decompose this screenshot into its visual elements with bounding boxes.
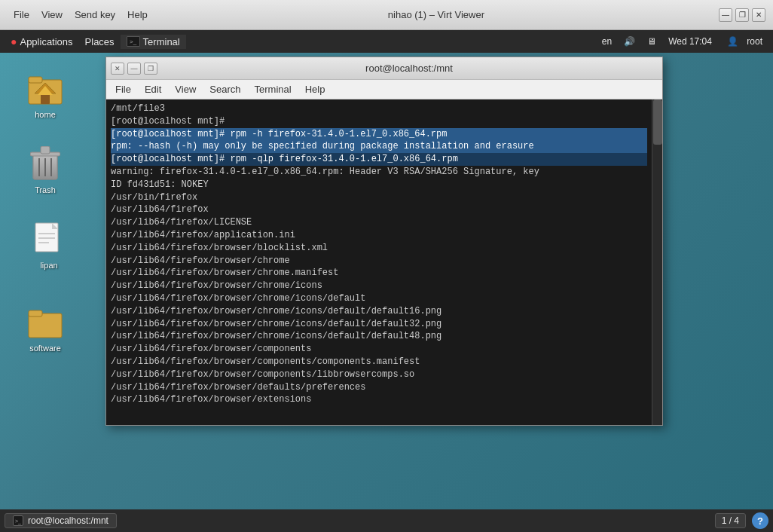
desktop-icon-lipan[interactable]: lipan bbox=[19, 219, 79, 273]
software-icon-label: software bbox=[29, 344, 61, 353]
places-menu[interactable]: Places bbox=[79, 35, 121, 49]
lipan-icon-label: lipan bbox=[40, 261, 57, 270]
term-menu-help[interactable]: Help bbox=[299, 82, 332, 96]
lipan-file-icon bbox=[31, 222, 67, 258]
svg-rect-1 bbox=[29, 77, 42, 83]
scroll-thumb[interactable] bbox=[653, 99, 662, 145]
desktop-icon-home[interactable]: home bbox=[15, 68, 75, 122]
term-close-button[interactable]: ✕ bbox=[111, 63, 124, 75]
datetime-display: Wed 17:04 bbox=[665, 36, 715, 47]
restore-button[interactable]: ❐ bbox=[735, 8, 749, 22]
trash-icon-label: Trash bbox=[35, 185, 56, 194]
taskbar-item[interactable]: >_ root@localhost:/mnt bbox=[5, 513, 117, 528]
page-indicator[interactable]: 1 / 4 bbox=[715, 513, 746, 528]
display-icon[interactable]: 🖥 bbox=[644, 36, 659, 47]
volume-icon[interactable]: 🔊 bbox=[621, 36, 638, 47]
desktop: home Trash bbox=[0, 53, 773, 509]
help-icon[interactable]: ? bbox=[752, 512, 768, 529]
taskbar-item-icon: >_ bbox=[13, 515, 23, 526]
virt-menu-help[interactable]: Help bbox=[121, 0, 154, 30]
terminal-menu-bar: File Edit View Search Terminal Help bbox=[106, 80, 662, 99]
terminal-scrollbar[interactable] bbox=[652, 99, 662, 425]
svg-rect-8 bbox=[41, 146, 50, 154]
virt-menu-bar: File View Send key Help bbox=[8, 0, 154, 30]
terminal-title-bar: ✕ — ❐ root@localhost:/mnt bbox=[106, 57, 662, 80]
virt-menu-view[interactable]: View bbox=[35, 0, 69, 30]
desktop-icon-software[interactable]: software bbox=[15, 301, 75, 356]
term-maximize-button[interactable]: ❐ bbox=[144, 63, 157, 75]
terminal-title: root@localhost:/mnt bbox=[160, 63, 658, 74]
top-panel: ● Applications Places >_ Terminal en 🔊 🖥… bbox=[0, 30, 773, 53]
applications-menu[interactable]: ● Applications bbox=[5, 34, 79, 49]
term-menu-terminal[interactable]: Terminal bbox=[249, 82, 298, 96]
terminal-launcher[interactable]: >_ Terminal bbox=[121, 35, 186, 49]
software-folder-icon bbox=[27, 304, 63, 341]
taskbar: >_ root@localhost:/mnt 1 / 4 ? bbox=[0, 509, 773, 532]
term-menu-edit[interactable]: Edit bbox=[139, 82, 167, 96]
term-minimize-button[interactable]: — bbox=[127, 63, 141, 75]
virt-menu-file[interactable]: File bbox=[8, 0, 35, 30]
term-menu-file[interactable]: File bbox=[109, 82, 137, 96]
window-title: nihao (1) – Virt Viewer bbox=[154, 9, 719, 20]
virt-menu-sendkey[interactable]: Send key bbox=[69, 0, 121, 30]
title-bar: File View Send key Help nihao (1) – Virt… bbox=[0, 0, 773, 30]
term-menu-view[interactable]: View bbox=[169, 82, 202, 96]
panel-right: en 🔊 🖥 Wed 17:04 👤 root bbox=[599, 36, 768, 47]
minimize-button[interactable]: — bbox=[719, 8, 732, 22]
trash-icon bbox=[27, 146, 63, 182]
user-indicator: 👤 root bbox=[721, 36, 768, 47]
language-indicator: en bbox=[599, 36, 615, 47]
term-menu-search[interactable]: Search bbox=[203, 82, 246, 96]
home-folder-icon bbox=[27, 71, 63, 107]
home-icon-label: home bbox=[35, 110, 56, 119]
terminal-launcher-icon: >_ bbox=[127, 36, 140, 47]
svg-rect-18 bbox=[29, 310, 42, 316]
taskbar-item-label: root@localhost:/mnt bbox=[28, 515, 108, 526]
terminal-content-wrap: /mnt/file3[root@localhost mnt]#[root@loc… bbox=[106, 99, 662, 425]
terminal-body[interactable]: /mnt/file3[root@localhost mnt]#[root@loc… bbox=[106, 99, 652, 425]
window-controls: — ❐ ✕ bbox=[719, 8, 765, 22]
desktop-icon-trash[interactable]: Trash bbox=[15, 143, 75, 197]
taskbar-right: 1 / 4 ? bbox=[715, 512, 768, 529]
svg-rect-17 bbox=[29, 313, 62, 338]
close-button[interactable]: ✕ bbox=[752, 8, 765, 22]
terminal-window: ✕ — ❐ root@localhost:/mnt File Edit View… bbox=[105, 57, 663, 426]
